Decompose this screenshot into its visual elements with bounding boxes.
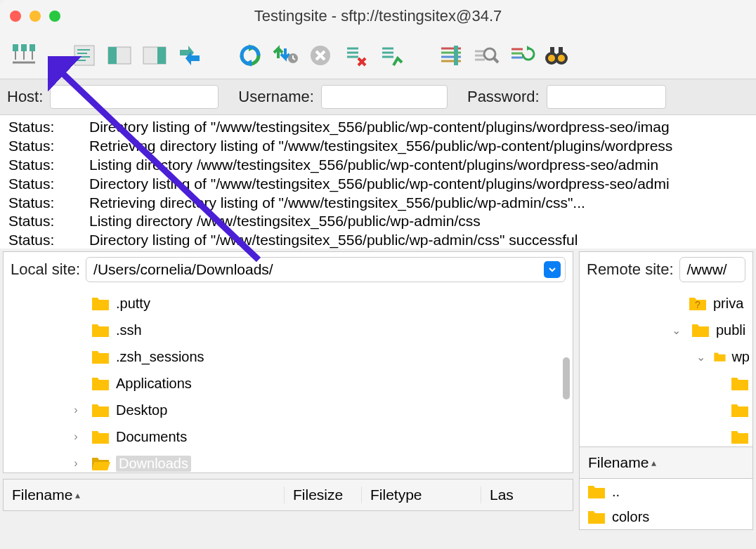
remote-tree[interactable]: ?priva ⌄publi ⌄wp [580, 287, 752, 472]
folder-icon [587, 483, 606, 500]
svg-point-32 [484, 48, 495, 60]
site-manager-button[interactable] [7, 39, 41, 72]
password-label: Password: [467, 88, 540, 106]
disconnect-button[interactable] [339, 39, 372, 72]
folder-unknown-icon: ? [688, 295, 708, 312]
expand-icon[interactable]: › [67, 457, 85, 470]
tree-item[interactable] [730, 397, 750, 423]
toolbar [0, 32, 756, 79]
col-filetype[interactable]: Filetype [362, 487, 481, 503]
svg-rect-1 [21, 44, 27, 51]
log-line: Status:Retrieving directory listing of "… [8, 137, 748, 156]
col-lastmod[interactable]: Las [481, 487, 573, 503]
svg-rect-2 [30, 44, 35, 51]
local-tree[interactable]: .putty .ssh .zsh_sessions Applications ›… [4, 287, 573, 472]
scrollbar-thumb[interactable] [563, 357, 570, 399]
binoculars-button[interactable] [540, 39, 573, 72]
compare-icon [507, 41, 535, 70]
minimize-window-button[interactable] [30, 11, 41, 22]
tree-item[interactable]: ›Desktop [67, 397, 570, 423]
log-line: Status:Directory listing of "/www/testin… [8, 231, 748, 249]
local-tree-icon [105, 41, 133, 70]
toggle-local-tree-button[interactable] [103, 39, 136, 72]
col-filename[interactable]: Filename▴ [4, 487, 285, 503]
local-site-label: Local site: [11, 260, 80, 279]
log-line: Status:Directory listing of "/www/testin… [8, 118, 748, 137]
log-line: Status:Listing directory /www/testingsit… [8, 212, 748, 231]
local-pane: Local site: /Users/cornelia/Downloads/ .… [3, 251, 573, 473]
cancel-button[interactable] [304, 39, 337, 72]
tree-item[interactable]: .putty [67, 290, 570, 317]
folder-icon [91, 375, 110, 392]
folder-icon [691, 322, 710, 338]
folder-icon [91, 322, 110, 338]
remote-file-list[interactable]: .. colors [579, 479, 753, 530]
log-panel[interactable]: Status:Directory listing of "/www/testin… [0, 115, 756, 249]
dropdown-icon [544, 261, 561, 278]
list-item[interactable]: .. [580, 479, 752, 504]
log-line: Status:Retrieving directory listing of "… [8, 194, 748, 213]
expand-icon[interactable]: › [67, 404, 85, 416]
window-controls [10, 11, 60, 22]
tree-item[interactable]: ›Documents [67, 423, 570, 450]
compare-button[interactable] [504, 39, 538, 72]
titlebar: Testingsite - sftp://testingsitex@34.7 [0, 0, 756, 32]
svg-rect-41 [550, 47, 554, 54]
cancel-icon [306, 41, 334, 70]
tree-item[interactable]: Applications [67, 370, 570, 397]
svg-rect-0 [13, 44, 18, 51]
local-path-combo[interactable]: /Users/cornelia/Downloads/ [86, 257, 566, 282]
bottom-row: Filename▴ Filesize Filetype Las Filename… [0, 479, 756, 530]
tree-item[interactable]: ⌄publi [667, 317, 750, 343]
remote-path-combo[interactable]: /www/ [679, 257, 746, 282]
svg-point-39 [548, 55, 555, 62]
expand-icon[interactable]: › [67, 430, 85, 443]
folder-icon [91, 402, 110, 418]
process-queue-icon [271, 41, 299, 70]
host-input[interactable] [50, 85, 219, 109]
split-view: Local site: /Users/cornelia/Downloads/ .… [0, 249, 756, 473]
filter-icon [437, 41, 465, 70]
folder-icon [713, 348, 726, 365]
sort-caret-icon: ▴ [75, 489, 80, 501]
remote-path-text: /www/ [687, 261, 727, 278]
toggle-log-button[interactable] [67, 39, 101, 72]
username-input[interactable] [321, 85, 448, 109]
refresh-icon [236, 41, 264, 70]
tree-item[interactable]: .zsh_sessions [67, 343, 570, 370]
search-icon [472, 41, 500, 70]
username-label: Username: [238, 88, 314, 106]
expand-icon[interactable]: ⌄ [695, 350, 708, 364]
toggle-queue-button[interactable] [173, 39, 207, 72]
site-manager-icon [10, 41, 38, 70]
folder-icon [91, 295, 110, 312]
folder-icon [730, 428, 750, 445]
filter-button[interactable] [434, 39, 468, 72]
tree-item[interactable]: ?priva [688, 290, 750, 317]
refresh-button[interactable] [233, 39, 267, 72]
tree-item[interactable] [730, 370, 750, 397]
binoculars-icon [542, 41, 571, 70]
close-window-button[interactable] [10, 11, 21, 22]
tree-item[interactable]: ›Downloads [67, 450, 570, 472]
maximize-window-button[interactable] [49, 11, 60, 22]
svg-rect-15 [157, 47, 166, 64]
password-input[interactable] [547, 85, 666, 109]
tree-item[interactable] [730, 423, 750, 450]
tree-item[interactable]: .ssh [67, 317, 570, 343]
folder-icon [730, 402, 750, 418]
queue-icon [176, 41, 204, 70]
search-button[interactable] [469, 39, 503, 72]
svg-rect-42 [559, 47, 563, 54]
host-label: Host: [7, 88, 43, 106]
list-item[interactable]: colors [580, 504, 752, 529]
reconnect-button[interactable] [374, 39, 408, 72]
svg-rect-13 [108, 47, 117, 64]
toggle-remote-tree-button[interactable] [138, 39, 171, 72]
col-filesize[interactable]: Filesize [285, 487, 362, 503]
tree-item[interactable]: ⌄wp [695, 343, 750, 370]
process-queue-button[interactable] [268, 39, 302, 72]
local-file-header: Filename▴ Filesize Filetype Las [3, 479, 573, 511]
reconnect-icon [377, 41, 405, 70]
expand-icon[interactable]: ⌄ [667, 324, 685, 337]
